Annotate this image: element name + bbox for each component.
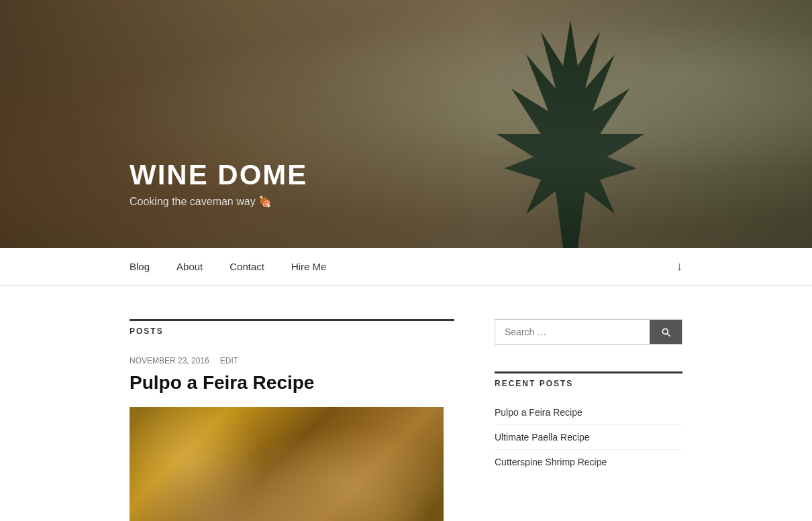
search-button[interactable] bbox=[650, 320, 682, 344]
posts-section-label: POSTS bbox=[130, 319, 454, 336]
recent-posts-widget: RECENT POSTS Pulpo a Feira Recipe Ultima… bbox=[495, 371, 682, 474]
nav-link-blog[interactable]: Blog bbox=[130, 248, 163, 286]
sidebar: RECENT POSTS Pulpo a Feira Recipe Ultima… bbox=[495, 319, 682, 474]
post-edit-link[interactable]: EDIT bbox=[220, 356, 238, 365]
site-title[interactable]: WINE DOME bbox=[130, 159, 307, 191]
post-date: NOVEMBER 23, 2016 bbox=[130, 356, 209, 365]
search-form bbox=[495, 319, 682, 345]
nav-link-hire-me[interactable]: Hire Me bbox=[278, 248, 340, 286]
post-title[interactable]: Pulpo a Feira Recipe bbox=[130, 372, 454, 394]
nav-link-about[interactable]: About bbox=[163, 248, 216, 286]
site-navigation: Blog About Contact Hire Me ↓ bbox=[0, 248, 812, 286]
search-widget bbox=[495, 319, 682, 345]
nav-expand-icon[interactable]: ↓ bbox=[676, 259, 682, 274]
hero-background bbox=[0, 0, 812, 248]
site-tagline: Cooking the caveman way 🍖 bbox=[130, 195, 307, 208]
post-meta: NOVEMBER 23, 2016 EDIT bbox=[130, 356, 454, 365]
recent-post-item[interactable]: Ultimate Paella Recipe bbox=[495, 425, 682, 450]
site-header: WINE DOME Cooking the caveman way 🍖 bbox=[0, 0, 812, 248]
recent-post-item[interactable]: Cutterspine Shrimp Recipe bbox=[495, 450, 682, 474]
main-column: POSTS NOVEMBER 23, 2016 EDIT Pulpo a Fei… bbox=[130, 319, 454, 521]
post-article: NOVEMBER 23, 2016 EDIT Pulpo a Feira Rec… bbox=[130, 356, 454, 521]
recent-post-item[interactable]: Pulpo a Feira Recipe bbox=[495, 400, 682, 425]
recent-posts-label: RECENT POSTS bbox=[495, 371, 682, 388]
search-icon bbox=[660, 327, 671, 337]
post-featured-image[interactable] bbox=[130, 407, 444, 521]
recent-posts-list: Pulpo a Feira Recipe Ultimate Paella Rec… bbox=[495, 400, 682, 474]
nav-links: Blog About Contact Hire Me bbox=[130, 248, 340, 286]
site-branding: WINE DOME Cooking the caveman way 🍖 bbox=[130, 159, 307, 208]
site-content: POSTS NOVEMBER 23, 2016 EDIT Pulpo a Fei… bbox=[0, 286, 812, 521]
search-input[interactable] bbox=[495, 320, 650, 344]
nav-link-contact[interactable]: Contact bbox=[216, 248, 278, 286]
